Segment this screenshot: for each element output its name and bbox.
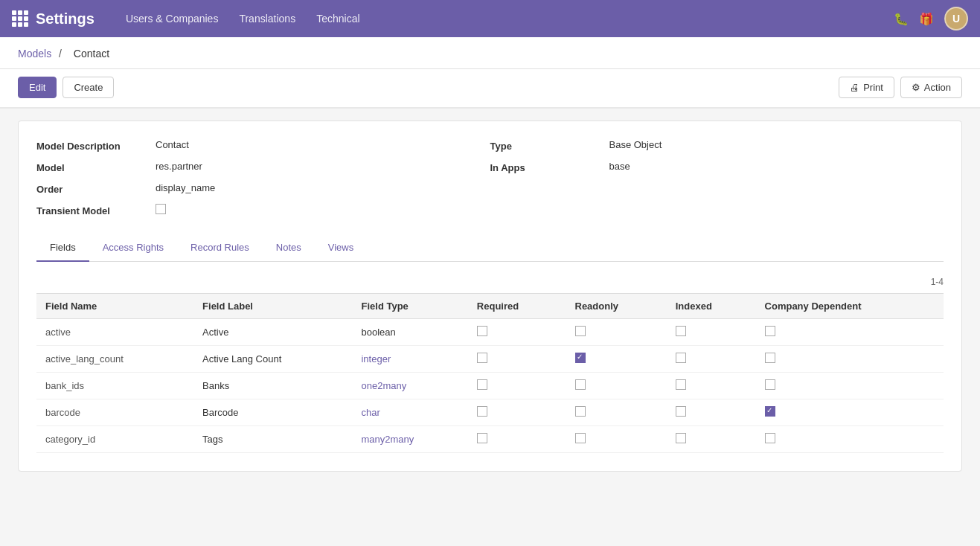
cell-indexed: [667, 346, 756, 373]
cell-field-name: category_id: [36, 426, 193, 453]
checkbox-unchecked[interactable]: [575, 406, 586, 417]
cell-company-dependent: [756, 426, 944, 453]
menu-item-users-companies[interactable]: Users & Companies: [117, 8, 228, 29]
checkbox-unchecked[interactable]: [477, 433, 487, 443]
table-row[interactable]: category_id Tags many2many: [36, 426, 944, 453]
breadcrumb-toolbar-bar: Models / Contact: [0, 37, 980, 69]
cell-field-type: one2many: [352, 373, 467, 399]
col-company-dependent: Company Dependent: [756, 294, 944, 319]
checkbox-unchecked[interactable]: [765, 379, 775, 390]
model-label: Model: [36, 161, 156, 173]
tab-access-rights[interactable]: Access Rights: [89, 234, 177, 262]
in-apps-value: base: [609, 161, 630, 172]
cell-field-name: bank_ids: [36, 373, 193, 399]
breadcrumb-current: Contact: [74, 48, 109, 60]
checkbox-unchecked[interactable]: [477, 379, 487, 390]
cell-readonly: [566, 373, 667, 399]
table-row[interactable]: bank_ids Banks one2many: [36, 373, 944, 399]
avatar[interactable]: U: [944, 7, 968, 30]
edit-button[interactable]: Edit: [18, 77, 57, 98]
breadcrumb-parent[interactable]: Models: [18, 48, 51, 60]
checkbox-unchecked[interactable]: [676, 326, 686, 336]
gear-icon: ⚙: [912, 82, 920, 93]
checkbox-unchecked[interactable]: [676, 353, 686, 363]
checkbox-unchecked[interactable]: [765, 353, 775, 363]
type-label: Type: [490, 139, 609, 152]
cell-field-label: Active Lang Count: [193, 346, 352, 373]
cell-field-name: active_lang_count: [36, 346, 193, 373]
fields-table: Field Name Field Label Field Type Requir…: [36, 293, 944, 453]
checkbox-checked[interactable]: [765, 406, 775, 417]
tab-record-rules[interactable]: Record Rules: [177, 234, 263, 262]
cell-field-label: Active: [193, 319, 352, 346]
cell-company-dependent: [756, 319, 944, 346]
type-value: Base Object: [609, 139, 662, 150]
breadcrumb: Models / Contact: [18, 48, 962, 60]
checkbox-unchecked[interactable]: [575, 433, 586, 443]
transient-model-checkbox[interactable]: [156, 204, 166, 214]
checkbox-unchecked[interactable]: [676, 406, 686, 417]
topnav-right: 🐛 🎁 U: [894, 7, 968, 30]
form-field-model: Model res.partner: [36, 161, 490, 173]
page-content: Model Description Contact Model res.part…: [18, 121, 962, 472]
top-navigation: Settings Users & Companies Translations …: [0, 0, 980, 37]
cell-required: [468, 373, 566, 399]
cell-required: [468, 399, 566, 426]
col-required: Required: [468, 294, 566, 319]
cell-required: [468, 426, 566, 453]
col-field-label: Field Label: [193, 294, 352, 319]
checkbox-unchecked[interactable]: [477, 353, 487, 363]
order-value: display_name: [156, 182, 215, 193]
print-button[interactable]: 🖨 Print: [839, 77, 894, 98]
model-value: res.partner: [156, 161, 202, 172]
table-pagination: 1-4: [36, 274, 944, 293]
checkbox-unchecked[interactable]: [676, 433, 686, 443]
cell-indexed: [667, 426, 756, 453]
transient-model-label: Transient Model: [36, 204, 156, 216]
cell-field-name: active: [36, 319, 193, 346]
app-title: Settings: [36, 10, 95, 28]
create-button[interactable]: Create: [63, 77, 114, 98]
bug-icon-button[interactable]: 🐛: [894, 12, 909, 26]
cell-field-label: Banks: [193, 373, 352, 399]
checkbox-unchecked[interactable]: [575, 326, 586, 336]
form-col-right: Type Base Object In Apps base: [490, 139, 944, 216]
col-field-name: Field Name: [36, 294, 193, 319]
menu-item-translations[interactable]: Translations: [230, 8, 304, 29]
cell-readonly: [566, 426, 667, 453]
cell-required: [468, 319, 566, 346]
cell-indexed: [667, 319, 756, 346]
menu-item-technical[interactable]: Technical: [307, 8, 368, 29]
checkbox-unchecked[interactable]: [477, 406, 487, 417]
print-icon: 🖨: [850, 82, 859, 93]
checkbox-unchecked[interactable]: [676, 379, 686, 390]
gift-icon-button[interactable]: 🎁: [919, 12, 934, 26]
cell-field-type: boolean: [352, 319, 467, 346]
cell-field-label: Barcode: [193, 399, 352, 426]
table-row[interactable]: barcode Barcode char: [36, 399, 944, 426]
model-description-label: Model Description: [36, 139, 156, 152]
cell-readonly: [566, 399, 667, 426]
cell-field-type: many2many: [352, 426, 467, 453]
table-row[interactable]: active Active boolean: [36, 319, 944, 346]
checkbox-checked[interactable]: [575, 353, 586, 363]
form-col-left: Model Description Contact Model res.part…: [36, 139, 490, 216]
checkbox-unchecked[interactable]: [765, 433, 775, 443]
order-label: Order: [36, 182, 156, 195]
breadcrumb-separator: /: [59, 48, 62, 60]
tab-views[interactable]: Views: [315, 234, 367, 262]
table-row[interactable]: active_lang_count Active Lang Count inte…: [36, 346, 944, 373]
form-grid: Model Description Contact Model res.part…: [36, 139, 944, 216]
checkbox-unchecked[interactable]: [765, 326, 775, 336]
tab-notes[interactable]: Notes: [263, 234, 315, 262]
tab-fields[interactable]: Fields: [36, 234, 89, 262]
checkbox-unchecked[interactable]: [575, 379, 586, 390]
checkbox-unchecked[interactable]: [477, 326, 487, 336]
cell-field-type: char: [352, 399, 467, 426]
in-apps-label: In Apps: [490, 161, 609, 173]
app-logo[interactable]: Settings: [12, 10, 95, 28]
col-readonly: Readonly: [566, 294, 667, 319]
cell-field-label: Tags: [193, 426, 352, 453]
cell-field-name: barcode: [36, 399, 193, 426]
action-button[interactable]: ⚙ Action: [900, 77, 962, 98]
